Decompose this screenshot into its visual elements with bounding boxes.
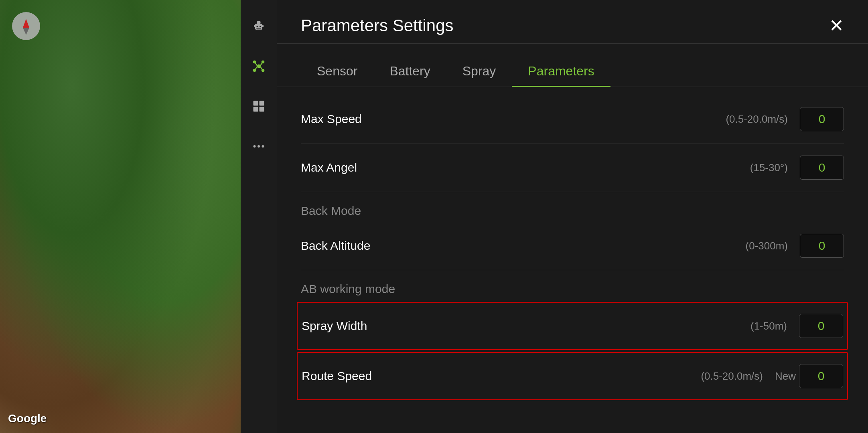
svg-point-22 (258, 145, 260, 148)
grid-icon[interactable] (249, 96, 269, 116)
spray-width-label: Spray Width (302, 319, 750, 333)
panel-area: Parameters Settings ✕ Sensor Battery Spr… (277, 0, 868, 433)
spray-width-range: (1-50m) (750, 320, 787, 332)
ab-working-mode-section: AB working mode (301, 270, 844, 300)
tab-parameters[interactable]: Parameters (512, 56, 610, 87)
tab-sensor[interactable]: Sensor (301, 56, 373, 87)
close-button[interactable]: ✕ (829, 17, 844, 34)
svg-rect-5 (256, 28, 261, 29)
back-altitude-range: (0-300m) (746, 240, 788, 252)
route-speed-range: (0.5-20.0m/s) (701, 370, 763, 382)
back-mode-section: Back Mode (301, 192, 844, 222)
sidebar (241, 0, 277, 433)
svg-point-4 (260, 26, 261, 28)
svg-rect-20 (260, 107, 264, 112)
svg-point-16 (257, 65, 261, 68)
tab-spray[interactable]: Spray (446, 56, 512, 87)
route-speed-row: Route Speed (0.5-20.0m/s) New 0 (297, 352, 848, 400)
route-speed-label: Route Speed (302, 369, 701, 383)
svg-point-23 (262, 145, 264, 148)
max-angel-range: (15-30°) (750, 162, 788, 174)
back-altitude-row: Back Altitude (0-300m) 0 (301, 222, 844, 270)
svg-rect-6 (254, 25, 255, 27)
back-altitude-input[interactable]: 0 (800, 234, 844, 258)
max-angel-row: Max Angel (15-30°) 0 (301, 144, 844, 192)
more-icon[interactable] (249, 136, 269, 156)
svg-rect-18 (260, 101, 264, 106)
settings-panel: Parameters Settings ✕ Sensor Battery Spr… (277, 0, 868, 433)
drone-icon[interactable] (249, 56, 269, 76)
tab-battery[interactable]: Battery (373, 56, 446, 87)
tabs-row: Sensor Battery Spray Parameters (277, 56, 868, 87)
compass (12, 12, 40, 40)
spray-width-input[interactable]: 0 (799, 314, 843, 338)
robot-icon[interactable] (249, 16, 269, 36)
max-speed-label: Max Speed (301, 112, 726, 126)
map-background (0, 0, 241, 433)
max-angel-input[interactable]: 0 (800, 156, 844, 180)
svg-rect-19 (254, 107, 258, 112)
panel-header: Parameters Settings ✕ (277, 0, 868, 44)
spray-width-row: Spray Width (1-50m) 0 (297, 302, 848, 350)
max-angel-label: Max Angel (301, 161, 750, 174)
svg-rect-7 (262, 25, 264, 27)
svg-rect-17 (254, 101, 258, 106)
max-speed-row: Max Speed (0.5-20.0m/s) 0 (301, 95, 844, 144)
svg-point-3 (256, 26, 258, 28)
back-altitude-label: Back Altitude (301, 239, 746, 253)
svg-point-21 (254, 145, 256, 148)
google-label: Google (8, 412, 47, 425)
map-view: Google (0, 0, 241, 433)
max-speed-input[interactable]: 0 (800, 107, 844, 131)
route-speed-new-label: New (775, 370, 796, 382)
back-mode-label: Back Mode (301, 204, 844, 218)
route-speed-input[interactable]: 0 (799, 364, 843, 388)
max-speed-range: (0.5-20.0m/s) (726, 113, 788, 125)
panel-title: Parameters Settings (301, 16, 454, 35)
parameters-content: Max Speed (0.5-20.0m/s) 0 Max Angel (15-… (277, 87, 868, 410)
ab-working-mode-label: AB working mode (301, 282, 844, 296)
